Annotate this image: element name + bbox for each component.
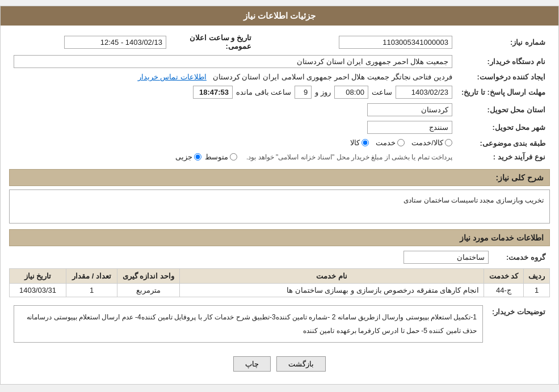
deadline-time-label: ساعت	[372, 88, 392, 96]
notes-value: 1-تکمیل استعلام بپیوستی وارسال ازطریق سا…	[14, 305, 483, 343]
process-option-jozi[interactable]: جزیی	[175, 153, 201, 161]
announce-datetime-label: تاریخ و ساعت اعلان عمومی:	[171, 31, 256, 53]
deadline-remaining: 18:47:53	[193, 86, 233, 99]
cell-unit: مترمربع	[117, 284, 180, 297]
city-value: سنندج	[367, 121, 452, 134]
services-table: ردیف کد خدمت نام خدمت واحد اندازه گیری ت…	[9, 268, 550, 297]
button-row: بازگشت چاپ	[9, 349, 550, 378]
deadline-time: 08:00	[334, 86, 368, 99]
category-option-kala[interactable]: کالا	[350, 138, 369, 147]
print-button[interactable]: چاپ	[233, 356, 271, 372]
services-section-header: اطلاعات خدمات مورد نیاز	[9, 229, 550, 246]
category-radio-group: کالا/خدمت خدمت کالا	[350, 138, 452, 147]
cell-code: ج-44	[484, 284, 524, 297]
process-note: پرداخت تمام یا بخشی از مبلغ خریدار محل "…	[246, 153, 452, 161]
cell-qty: 1	[66, 284, 117, 297]
category-option-khedmat[interactable]: خدمت	[376, 138, 405, 147]
announce-datetime-value: 1403/02/13 - 12:45	[64, 36, 166, 49]
province-value: کردستان	[367, 103, 452, 116]
col-qty: تعداد / مقدار	[66, 269, 117, 284]
table-row: 1 ج-44 انجام کارهای متفرقه درخصوص بازساز…	[10, 284, 550, 297]
notes-label: توضیحات خریدار:	[487, 303, 550, 345]
general-desc-label: شرح کلی نیاز:	[496, 173, 544, 182]
city-label: شهر محل تحویل:	[457, 119, 550, 136]
services-title: اطلاعات خدمات مورد نیاز	[460, 233, 544, 242]
group-label: گروه خدمت:	[493, 250, 550, 265]
need-number-label: شماره نیاز:	[457, 31, 550, 53]
buyer-name-label: نام دستگاه خریدار:	[457, 53, 550, 70]
col-unit: واحد اندازه گیری	[117, 269, 180, 284]
category-label: طبقه بندی موضوعی:	[457, 136, 550, 150]
deadline-remaining-label: ساعت باقی مانده	[236, 88, 291, 96]
page-header: جزئیات اطلاعات نیاز	[1, 6, 558, 26]
col-code: کد خدمت	[484, 269, 524, 284]
general-desc-section-header: شرح کلی نیاز:	[9, 169, 550, 186]
col-name: نام خدمت	[180, 269, 484, 284]
process-label: نوع فرآیند خرید :	[457, 150, 550, 163]
cell-row: 1	[524, 284, 550, 297]
group-value: ساختمان	[404, 251, 489, 264]
province-label: استان محل تحویل:	[457, 101, 550, 119]
deadline-date: 1403/02/23	[396, 86, 452, 99]
buyer-name-value: جمعیت هلال احمر جمهوری ایران استان کردست…	[14, 55, 452, 68]
deadline-days-label: روز و	[315, 88, 331, 96]
page-title: جزئیات اطلاعات نیاز	[243, 11, 316, 20]
process-option-motavasset[interactable]: متوسط	[205, 153, 237, 161]
category-option-kala-khedmat[interactable]: کالا/خدمت	[411, 138, 452, 147]
col-date: تاریخ نیاز	[10, 269, 66, 284]
col-row: ردیف	[524, 269, 550, 284]
contact-link[interactable]: اطلاعات تماس خریدار	[138, 73, 207, 81]
general-desc-value: تخریب وبازسازی مجدد تاسیسات ساختمان ستاد…	[9, 189, 550, 224]
deadline-days: 9	[295, 86, 312, 99]
need-number-value: 1103005341000003	[339, 36, 452, 49]
creator-value: فردین فتاحی نجاتگر جمعیت هلال احمر جمهور…	[213, 73, 452, 81]
cell-name: انجام کارهای متفرقه درخصوص بازسازی و بهس…	[180, 284, 484, 297]
back-button[interactable]: بازگشت	[276, 356, 326, 372]
deadline-label: مهلت ارسال پاسخ: تا تاریخ:	[457, 83, 550, 101]
creator-label: ایجاد کننده درخواست:	[457, 70, 550, 83]
cell-date: 1403/03/31	[10, 284, 66, 297]
